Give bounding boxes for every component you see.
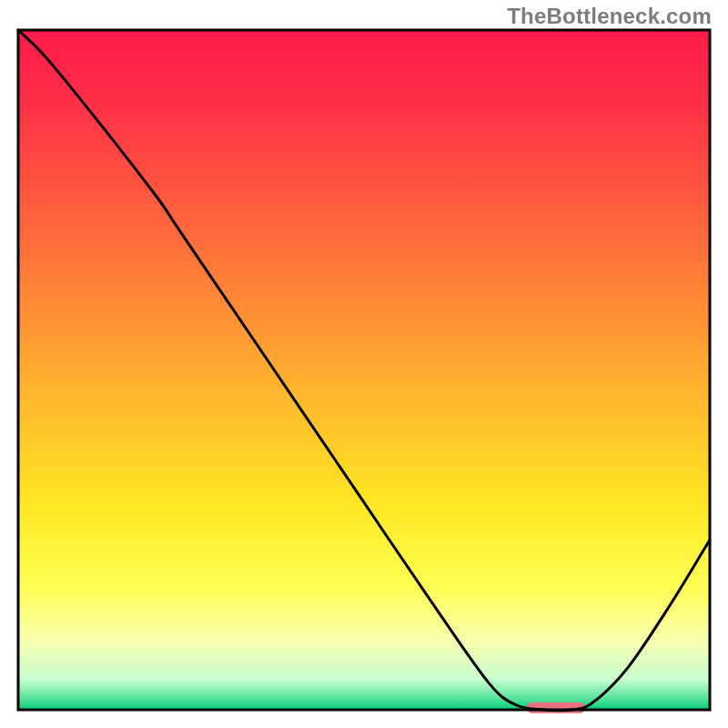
gradient-background: [18, 30, 710, 710]
chart-container: TheBottleneck.com: [0, 0, 728, 728]
watermark-label: TheBottleneck.com: [507, 4, 712, 29]
chart-svg: [0, 0, 728, 728]
